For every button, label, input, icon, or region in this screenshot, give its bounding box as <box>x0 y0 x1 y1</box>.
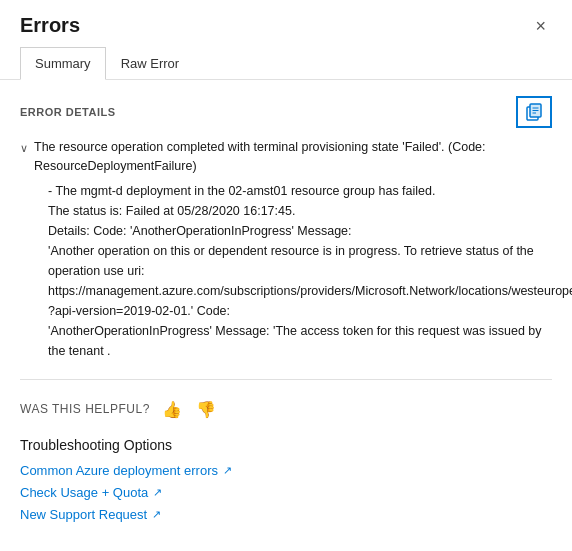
chevron-icon: ∨ <box>20 140 28 157</box>
troubleshoot-title: Troubleshooting Options <box>20 437 552 453</box>
sub-error-line3: Details: Code: 'AnotherOperationInProgre… <box>48 221 552 241</box>
panel-title: Errors <box>20 14 80 37</box>
tab-raw-error[interactable]: Raw Error <box>106 47 195 80</box>
link-item-new-support: New Support Request ↗ <box>20 507 552 522</box>
thumbs-up-button[interactable]: 👍 <box>160 398 184 421</box>
sub-error-block: - The mgmt-d deployment in the 02-amst01… <box>48 181 552 361</box>
sub-error-line5: 'AnotherOperationInProgress' Message: 'T… <box>48 321 552 361</box>
tabs-bar: Summary Raw Error <box>0 47 572 80</box>
error-details-label: ERROR DETAILS <box>20 106 116 118</box>
common-errors-link[interactable]: Common Azure deployment errors <box>20 463 218 478</box>
link-item-common-errors: Common Azure deployment errors ↗ <box>20 463 552 478</box>
external-link-icon-3: ↗ <box>152 508 161 521</box>
new-support-link[interactable]: New Support Request <box>20 507 147 522</box>
external-link-icon-2: ↗ <box>153 486 162 499</box>
error-block: ∨ The resource operation completed with … <box>20 138 552 361</box>
sub-error-line4: 'Another operation on this or dependent … <box>48 241 552 321</box>
error-details-header: ERROR DETAILS <box>20 96 552 128</box>
sub-error-line1: - The mgmt-d deployment in the 02-amst01… <box>48 181 552 201</box>
main-error-text: The resource operation completed with te… <box>34 138 552 177</box>
section-divider <box>20 379 552 380</box>
panel-header: Errors × <box>0 0 572 47</box>
main-error-row: ∨ The resource operation completed with … <box>20 138 552 177</box>
errors-panel: Errors × Summary Raw Error ERROR DETAILS <box>0 0 572 551</box>
helpful-label: WAS THIS HELPFUL? <box>20 402 150 416</box>
tab-summary[interactable]: Summary <box>20 47 106 80</box>
link-item-check-quota: Check Usage + Quota ↗ <box>20 485 552 500</box>
close-button[interactable]: × <box>529 15 552 37</box>
thumbs-down-button[interactable]: 👎 <box>194 398 218 421</box>
copy-icon <box>524 102 544 122</box>
check-quota-link[interactable]: Check Usage + Quota <box>20 485 148 500</box>
copy-button[interactable] <box>516 96 552 128</box>
helpful-section: WAS THIS HELPFUL? 👍 👎 <box>20 398 552 421</box>
external-link-icon-1: ↗ <box>223 464 232 477</box>
content-area: ERROR DETAILS ∨ The resource operation c… <box>0 80 572 545</box>
sub-error-line2: The status is: Failed at 05/28/2020 16:1… <box>48 201 552 221</box>
